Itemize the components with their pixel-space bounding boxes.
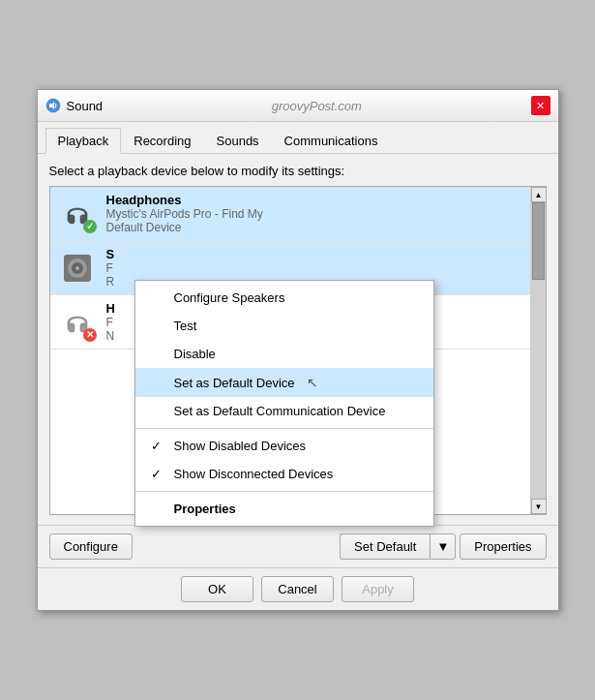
dialog-title: Sound <box>67 99 104 113</box>
scroll-down-button[interactable]: ▼ <box>531 499 547 514</box>
device-status-headphones: Default Device <box>106 221 526 234</box>
menu-item-disable[interactable]: Disable <box>135 340 433 368</box>
title-bar-left: Sound <box>45 98 104 113</box>
menu-separator-2 <box>135 491 433 492</box>
badge-green: ✓ <box>83 220 97 233</box>
set-default-dropdown-button[interactable]: ▼ <box>430 533 456 560</box>
scroll-track <box>531 202 546 499</box>
speaker-icon <box>45 98 61 113</box>
menu-item-show-disconnected[interactable]: ✓ Show Disconnected Devices <box>135 460 433 488</box>
dialog-buttons: OK Cancel Apply <box>38 567 558 610</box>
watermark-text: groovyPost.com <box>103 99 530 113</box>
bottom-bar: Configure Set Default ▼ Properties <box>38 525 558 567</box>
scrollbar[interactable]: ▲ ▼ <box>530 187 546 514</box>
device-item-headphones[interactable]: ✓ Headphones Mystic's AirPods Pro - Find… <box>50 187 546 241</box>
device-icon-speaker <box>58 249 97 288</box>
ok-button[interactable]: OK <box>181 576 253 602</box>
menu-item-set-default[interactable]: Set as Default Device ↖ <box>135 368 433 397</box>
tab-sounds[interactable]: Sounds <box>204 128 272 153</box>
menu-separator-1 <box>135 428 433 429</box>
tab-recording[interactable]: Recording <box>121 128 203 153</box>
menu-item-properties[interactable]: Properties <box>135 495 433 523</box>
device-icon-headphones2: ✕ <box>58 303 97 342</box>
set-default-group: Set Default ▼ <box>340 533 456 560</box>
scroll-up-button[interactable]: ▲ <box>531 187 547 202</box>
device-name-speaker: S <box>106 247 526 261</box>
cursor-pointer: ↖ <box>307 375 318 390</box>
sound-dialog: Sound groovyPost.com ✕ Playback Recordin… <box>37 89 559 611</box>
instruction-text: Select a playback device below to modify… <box>49 164 547 178</box>
menu-item-set-default-comm[interactable]: Set as Default Communication Device <box>135 397 433 425</box>
tab-playback[interactable]: Playback <box>45 128 122 154</box>
menu-item-show-disabled[interactable]: ✓ Show Disabled Devices <box>135 432 433 460</box>
menu-item-configure-speakers[interactable]: Configure Speakers <box>135 284 433 312</box>
device-info-headphones: Headphones Mystic's AirPods Pro - Find M… <box>106 193 526 234</box>
configure-button[interactable]: Configure <box>49 533 133 560</box>
tab-communications[interactable]: Communications <box>272 128 391 153</box>
content-area: Select a playback device below to modify… <box>38 154 558 525</box>
device-sub1-headphones: Mystic's AirPods Pro - Find My <box>106 207 526 221</box>
close-button[interactable]: ✕ <box>531 96 550 115</box>
device-name-headphones: Headphones <box>106 193 526 207</box>
device-icon-headphones: ✓ <box>58 195 97 233</box>
title-bar: Sound groovyPost.com ✕ <box>38 90 558 122</box>
tabs-bar: Playback Recording Sounds Communications <box>38 122 558 154</box>
device-sub-speaker: F <box>106 261 526 275</box>
svg-point-5 <box>75 266 79 270</box>
scroll-thumb[interactable] <box>532 202 545 280</box>
apply-button[interactable]: Apply <box>342 576 414 602</box>
properties-button[interactable]: Properties <box>460 533 546 560</box>
menu-item-test[interactable]: Test <box>135 312 433 340</box>
badge-red: ✕ <box>83 328 97 342</box>
context-menu: Configure Speakers Test Disable Set as D… <box>134 280 434 527</box>
cancel-button[interactable]: Cancel <box>261 576 334 602</box>
set-default-button[interactable]: Set Default <box>340 533 430 560</box>
